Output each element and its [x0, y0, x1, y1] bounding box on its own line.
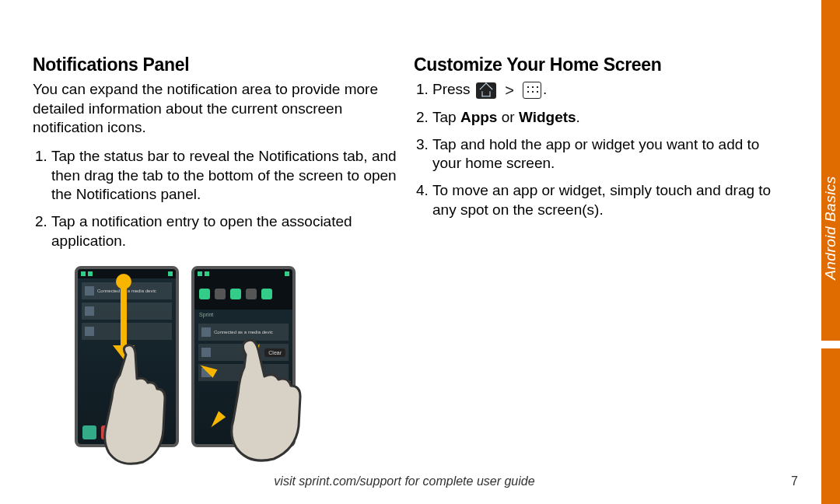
side-tab-bar: Android Basics [821, 0, 840, 504]
side-gap [821, 341, 840, 348]
manual-page: Android Basics Notifications Panel You c… [0, 0, 840, 504]
phone-mockup: Connected as a media devic [75, 266, 179, 447]
carrier-row: Sprint [194, 310, 292, 320]
clear-button: Clear [264, 348, 285, 357]
phone-illustrations: Connected as a media devic [75, 266, 289, 447]
phone-status-bar [194, 269, 292, 278]
step-text-bold: Apps [460, 109, 498, 125]
page-number: 7 [791, 474, 798, 488]
section-heading-notifications: Notifications Panel [33, 54, 398, 75]
side-accent-bottom [821, 348, 840, 504]
quick-toggle-icon [199, 289, 210, 299]
notification-text: Connected as a media devic [214, 330, 273, 334]
right-column: Customize Your Home Screen Press > . Tap… [414, 54, 779, 259]
step-text: Press [432, 81, 471, 97]
notification-row: Connected as a media devic [198, 324, 289, 341]
quick-toggle-icon [215, 289, 226, 299]
content-columns: Notifications Panel You can expand the n… [33, 54, 804, 259]
notification-row: Clear [198, 344, 289, 361]
footer-note: visit sprint.com/support for complete us… [0, 474, 809, 488]
notification-shade-header [194, 278, 292, 310]
notification-shade-partial: Connected as a media devic [78, 278, 176, 347]
phone-status-bar [78, 269, 176, 278]
quick-toggle-icon [261, 289, 272, 299]
quick-toggle-icon [246, 289, 257, 299]
greater-than-icon: > [505, 80, 514, 100]
phone-figure-tap: Sprint Connected as a media devic Clear [191, 266, 289, 447]
step-item: To move an app or widget, simply touch a… [432, 181, 779, 219]
step-item: Tap the status bar to reveal the Notific… [51, 147, 398, 205]
phone-dock [82, 425, 171, 439]
step-text-bold: Widgets [519, 109, 576, 125]
left-column: Notifications Panel You can expand the n… [33, 54, 398, 259]
steps-list-right: Press > . Tap Apps or Widgets. Tap and h… [414, 80, 779, 219]
steps-list-left: Tap the status bar to reveal the Notific… [33, 147, 398, 250]
notification-row: Connected as a media devic [82, 282, 172, 299]
phone-mockup: Sprint Connected as a media devic Clear [191, 266, 296, 447]
step-item: Tap and hold the app or widget you want … [432, 135, 779, 173]
home-icon [476, 82, 496, 99]
notification-row [82, 323, 172, 340]
notification-text: Connected as a media devic [97, 289, 156, 293]
step-text: Tap [432, 109, 460, 125]
quick-toggle-icon [230, 289, 241, 299]
notification-row [82, 303, 172, 320]
step-text: or [497, 109, 518, 125]
step-item: Tap a notification entry to open the ass… [51, 212, 398, 250]
section-heading-customize: Customize Your Home Screen [414, 54, 779, 75]
chapter-tab: Android Basics [821, 115, 840, 341]
carrier-label: Sprint [199, 312, 213, 317]
apps-grid-icon [523, 82, 541, 99]
side-accent-top [821, 0, 840, 115]
step-item: Press > . [432, 80, 779, 100]
phone-figure-swipe: Connected as a media devic [75, 266, 173, 447]
section-intro: You can expand the notification area to … [33, 80, 398, 138]
step-item: Tap Apps or Widgets. [432, 108, 779, 128]
step-text: . [576, 109, 580, 125]
chapter-tab-label: Android Basics [822, 176, 839, 280]
